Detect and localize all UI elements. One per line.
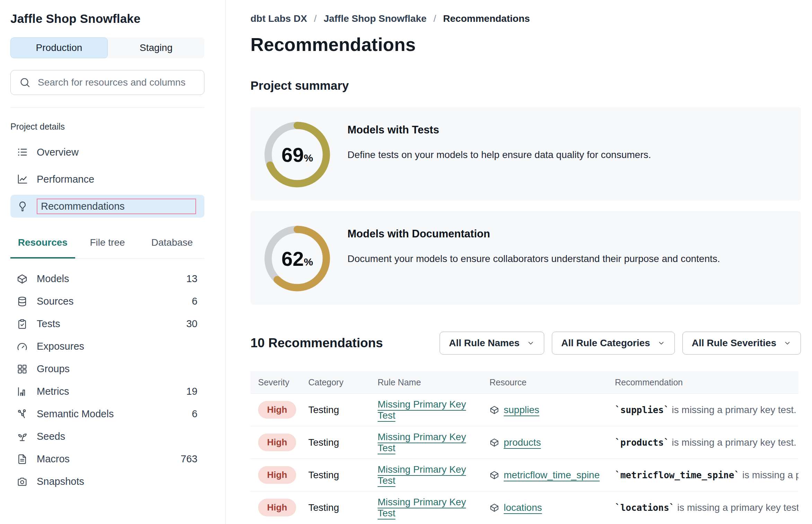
chevron-down-icon — [783, 339, 792, 347]
card-text: Models with TestsDefine tests on your mo… — [347, 122, 651, 160]
cube-icon — [489, 405, 499, 415]
project-title: Jaffle Shop Snowflake — [10, 12, 204, 26]
resource-label: Groups — [37, 363, 70, 375]
filter-all-rule-severities[interactable]: All Rule Severities — [682, 332, 801, 355]
resource-item-macros[interactable]: Macros763 — [10, 448, 204, 470]
resource-link[interactable]: supplies — [504, 404, 539, 416]
column-header-category: Category — [301, 377, 370, 387]
tab-database[interactable]: Database — [140, 234, 204, 259]
resource-item-metrics[interactable]: Metrics19 — [10, 380, 204, 403]
breadcrumb-item[interactable]: Jaffle Shop Snowflake — [324, 13, 426, 24]
resource-label: Exposures — [37, 341, 84, 352]
project-summary-heading: Project summary — [250, 79, 812, 93]
category-value: Testing — [308, 502, 339, 513]
sidebar-tabs: ResourcesFile treeDatabase — [10, 234, 204, 259]
resource-label: Metrics — [37, 386, 69, 397]
database-icon — [17, 296, 28, 307]
column-header-rule-name: Rule Name — [370, 377, 482, 387]
search-input[interactable]: Search for resources and columns — [10, 70, 204, 95]
clipboard-check-icon — [17, 318, 28, 330]
resource-item-seeds[interactable]: Seeds — [10, 425, 204, 448]
resource-label: Snapshots — [37, 476, 84, 487]
donut-value: 62% — [264, 226, 330, 291]
resource-count: 6 — [192, 408, 197, 420]
sidebar-divider — [10, 107, 204, 108]
donut-chart: 62% — [264, 226, 330, 291]
card-title: Models with Tests — [347, 124, 651, 136]
resource-link[interactable]: products — [504, 437, 541, 448]
resource-item-semantic-models[interactable]: Semantic Models6 — [10, 403, 204, 425]
page-title: Recommendations — [250, 34, 812, 55]
resource-label: Semantic Models — [37, 408, 114, 420]
category-value: Testing — [308, 470, 339, 480]
column-header-severity: Severity — [250, 377, 301, 387]
category-value: Testing — [308, 404, 339, 415]
resource-count: 6 — [192, 296, 197, 307]
project-nav: OverviewPerformanceRecommendations — [10, 141, 204, 218]
category-value: Testing — [308, 437, 339, 448]
card-text: Models with DocumentationDocument your m… — [347, 226, 720, 264]
cube-icon — [489, 470, 499, 480]
lightbulb-icon — [17, 200, 28, 212]
breadcrumb-item: Recommendations — [443, 13, 530, 24]
table-row: HighTestingMissing Primary Key Testprodu… — [250, 426, 798, 458]
env-tab-production[interactable]: Production — [10, 37, 108, 58]
table-header-row: SeverityCategoryRule NameResourceRecomme… — [250, 371, 798, 393]
recommendation-text: `locations` is missing a primary key tes… — [607, 502, 798, 513]
resource-label: Models — [37, 273, 69, 285]
bar-chart-icon — [17, 386, 28, 397]
resource-item-exposures[interactable]: Exposures — [10, 335, 204, 358]
column-header-recommendation: Recommendation — [607, 377, 798, 387]
donut-value: 69% — [264, 122, 330, 187]
sidebar: Jaffle Shop Snowflake ProductionStaging … — [0, 0, 226, 524]
rule-name-link[interactable]: Missing Primary Key Test — [378, 431, 466, 453]
card-description: Define tests on your models to help ensu… — [347, 149, 651, 160]
filter-all-rule-categories[interactable]: All Rule Categories — [552, 332, 675, 355]
recommendations-count-heading: 10 Recommendations — [250, 336, 383, 350]
resource-count: 30 — [186, 318, 197, 330]
recommendation-text: `products` is missing a primary key test… — [607, 437, 798, 448]
sidebar-item-recommendations[interactable]: Recommendations — [10, 195, 204, 218]
rule-name-link[interactable]: Missing Primary Key Test — [378, 497, 466, 518]
resource-link[interactable]: locations — [504, 502, 542, 513]
table-row: HighTestingMissing Primary Key Testlocat… — [250, 491, 798, 524]
sidebar-item-performance[interactable]: Performance — [10, 168, 204, 191]
recommendations-header: 10 Recommendations All Rule NamesAll Rul… — [250, 332, 801, 355]
resource-item-snapshots[interactable]: Snapshots — [10, 470, 204, 493]
chevron-down-icon — [527, 339, 535, 347]
main-content: dbt Labs DX/Jaffle Shop Snowflake/Recomm… — [226, 0, 812, 524]
project-details-label: Project details — [10, 122, 204, 132]
column-header-resource: Resource — [482, 377, 607, 387]
filter-all-rule-names[interactable]: All Rule Names — [440, 332, 544, 355]
resource-item-tests[interactable]: Tests30 — [10, 313, 204, 335]
resource-item-groups[interactable]: Groups — [10, 358, 204, 380]
sidebar-item-label: Performance — [37, 173, 94, 186]
list-icon — [17, 146, 28, 158]
cube-icon — [17, 273, 28, 285]
grid-icon — [17, 364, 28, 375]
tab-file-tree[interactable]: File tree — [75, 234, 140, 259]
resource-link[interactable]: metricflow_time_spine — [504, 470, 600, 481]
chevron-down-icon — [657, 339, 665, 347]
recommendations-table: SeverityCategoryRule NameResourceRecomme… — [250, 371, 798, 524]
sidebar-item-overview[interactable]: Overview — [10, 141, 204, 164]
rule-name-link[interactable]: Missing Primary Key Test — [378, 464, 466, 486]
rule-name-link[interactable]: Missing Primary Key Test — [378, 399, 466, 421]
resource-label: Macros — [37, 453, 70, 465]
resource-list: Models13Sources6Tests30ExposuresGroupsMe… — [10, 268, 204, 493]
filter-buttons: All Rule NamesAll Rule CategoriesAll Rul… — [432, 332, 801, 355]
severity-badge: High — [258, 434, 296, 451]
resource-item-models[interactable]: Models13 — [10, 268, 204, 290]
table-row: HighTestingMissing Primary Key Testsuppl… — [250, 393, 798, 426]
resource-item-sources[interactable]: Sources6 — [10, 290, 204, 313]
summary-card: 69%Models with TestsDefine tests on your… — [250, 107, 801, 201]
breadcrumb-item[interactable]: dbt Labs DX — [250, 13, 307, 24]
breadcrumb-separator: / — [433, 13, 436, 24]
severity-badge: High — [258, 499, 296, 516]
tab-resources[interactable]: Resources — [10, 234, 75, 259]
env-tab-staging[interactable]: Staging — [108, 37, 204, 58]
recommendation-text: `metricflow_time_spine` is missing a pri… — [607, 470, 798, 481]
recommendation-text: `supplies` is missing a primary key test… — [607, 404, 798, 416]
resource-label: Tests — [37, 318, 60, 330]
sprout-icon — [17, 431, 28, 442]
